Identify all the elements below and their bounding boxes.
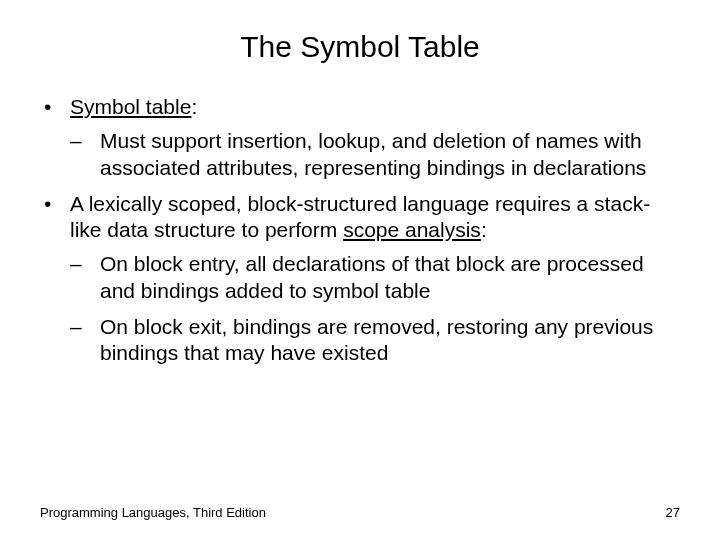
sub-bullet-item: – On block exit, bindings are removed, r… xyxy=(40,314,680,367)
sub-bullet-text: On block exit, bindings are removed, res… xyxy=(100,314,680,367)
sub-bullet-text: Must support insertion, lookup, and dele… xyxy=(100,128,680,181)
sub-bullet-marker: – xyxy=(70,251,100,304)
sub-bullet-item: – On block entry, all declarations of th… xyxy=(40,251,680,304)
bullet-marker: • xyxy=(40,94,70,120)
bullet-text: Symbol table: xyxy=(70,94,680,120)
slide-footer: Programming Languages, Third Edition 27 xyxy=(40,505,680,520)
footer-left: Programming Languages, Third Edition xyxy=(40,505,266,520)
footer-right: 27 xyxy=(666,505,680,520)
sub-bullet-marker: – xyxy=(70,128,100,181)
bullet-item: • A lexically scoped, block-structured l… xyxy=(40,191,680,244)
bullet-marker: • xyxy=(40,191,70,244)
sub-bullet-text: On block entry, all declarations of that… xyxy=(100,251,680,304)
sub-bullet-marker: – xyxy=(70,314,100,367)
sub-bullet-item: – Must support insertion, lookup, and de… xyxy=(40,128,680,181)
slide-content: • Symbol table: – Must support insertion… xyxy=(40,94,680,366)
bullet-item: • Symbol table: xyxy=(40,94,680,120)
slide-title: The Symbol Table xyxy=(40,30,680,64)
bullet-text: A lexically scoped, block-structured lan… xyxy=(70,191,680,244)
